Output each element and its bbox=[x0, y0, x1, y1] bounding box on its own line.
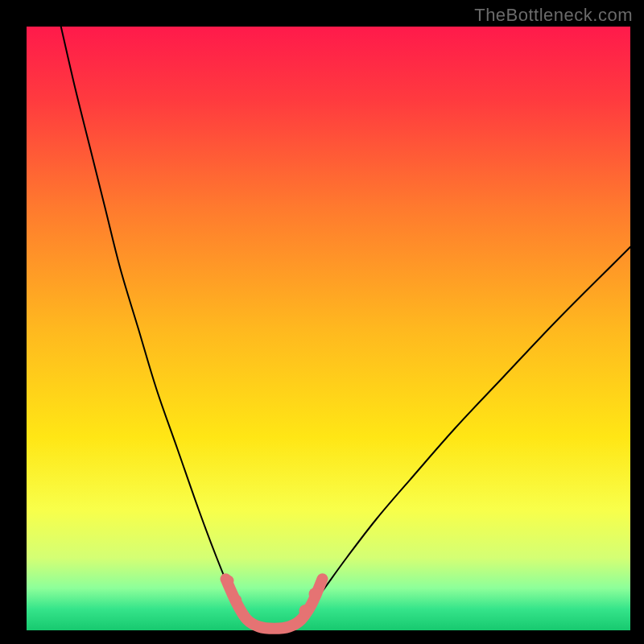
highlight-marker bbox=[309, 588, 322, 601]
watermark-text: TheBottleneck.com bbox=[474, 5, 633, 26]
highlight-marker bbox=[223, 576, 234, 587]
chart-frame: TheBottleneck.com bbox=[0, 0, 644, 644]
bottleneck-chart bbox=[0, 0, 644, 644]
plot-background bbox=[27, 27, 630, 630]
highlight-marker bbox=[299, 605, 312, 617]
highlight-marker bbox=[230, 595, 242, 606]
